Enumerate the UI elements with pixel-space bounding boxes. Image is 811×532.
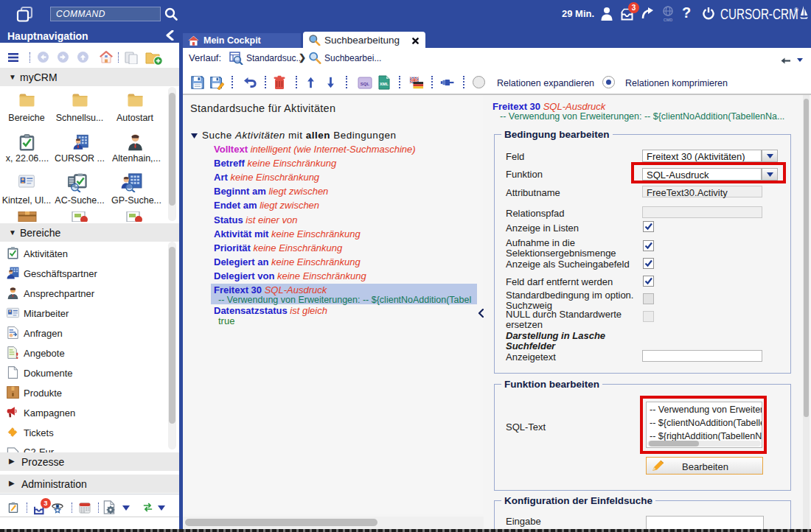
svg-text:SQL: SQL (361, 82, 370, 86)
svg-text:XML: XML (380, 82, 389, 86)
